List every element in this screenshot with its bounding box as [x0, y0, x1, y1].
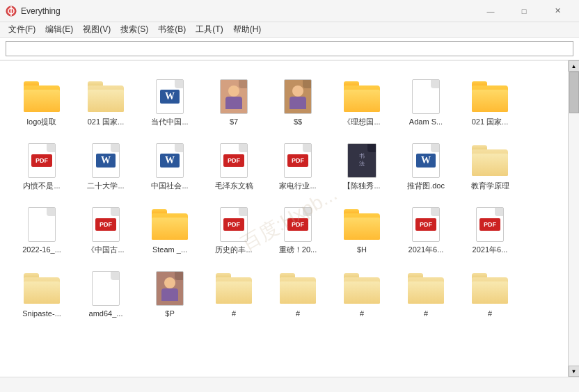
file-label: $7: [230, 117, 238, 126]
file-item[interactable]: PDF 毛泽东文稿: [203, 133, 264, 194]
file-icon-file: [24, 206, 60, 243]
file-item[interactable]: amd64_...: [75, 261, 136, 322]
file-item[interactable]: Snipaste-...: [11, 261, 72, 322]
file-item[interactable]: 021 国家...: [75, 69, 136, 130]
menu-item[interactable]: 视图(V): [79, 22, 115, 37]
file-label: 2021年6...: [409, 245, 444, 254]
app-icon: [6, 6, 17, 17]
scroll-up-button[interactable]: ▲: [569, 60, 580, 72]
file-item[interactable]: 2022-16_...: [11, 197, 72, 258]
file-icon-word: W: [408, 142, 444, 179]
menu-item[interactable]: 文件(F): [4, 22, 40, 37]
main-area: logo提取 021 国家... W 当代中国... $7 $$ 《理想国...…: [0, 60, 579, 377]
file-item[interactable]: $$: [267, 69, 328, 130]
close-button[interactable]: ✕: [541, 0, 573, 22]
file-label: logo提取: [27, 117, 57, 126]
file-label: Snipaste-...: [22, 309, 61, 318]
file-item[interactable]: PDF 《中国古...: [75, 197, 136, 258]
file-item[interactable]: $H: [331, 197, 392, 258]
app-title: Everything: [21, 6, 475, 16]
file-item[interactable]: W 中国社会...: [139, 133, 200, 194]
file-icon-folder: [344, 206, 380, 243]
file-icon-file: [408, 79, 444, 115]
file-icon-pdf: PDF: [280, 142, 316, 179]
file-item[interactable]: W 当代中国...: [139, 69, 200, 130]
file-icon-image-person2: [280, 79, 316, 115]
status-bar: [0, 377, 579, 392]
file-icon-word: W: [152, 142, 188, 179]
file-label: 《理想国...: [343, 117, 380, 126]
title-bar: Everything — □ ✕: [0, 0, 579, 22]
file-label: $P: [165, 309, 174, 318]
search-input[interactable]: [6, 41, 573, 56]
file-label: 重磅！20...: [279, 245, 317, 254]
file-label: 家电行业...: [279, 181, 316, 190]
file-item[interactable]: PDF 2021年6...: [395, 197, 457, 258]
file-label: #: [360, 309, 364, 318]
file-icon-word: W: [88, 142, 124, 179]
file-label: 《中国古...: [87, 245, 124, 254]
search-bar: [0, 38, 579, 60]
menu-item[interactable]: 搜索(S): [116, 22, 152, 37]
file-item[interactable]: PDF 内愤不是...: [11, 133, 72, 194]
minimize-button[interactable]: —: [475, 0, 507, 22]
file-item[interactable]: #: [203, 261, 264, 322]
menu-item[interactable]: 帮助(H): [229, 22, 266, 37]
maximize-button[interactable]: □: [508, 0, 540, 22]
file-item[interactable]: $P: [139, 261, 200, 322]
file-icon-folder-light: [216, 270, 252, 307]
scrollbar[interactable]: ▲ ▼: [568, 60, 579, 377]
file-item[interactable]: #: [267, 261, 328, 322]
file-item[interactable]: PDF 重磅！20...: [267, 197, 328, 258]
file-icon-folder-light: [472, 270, 508, 307]
file-item[interactable]: #: [459, 261, 521, 322]
scroll-thumb[interactable]: [569, 72, 579, 113]
file-label: Adam S...: [409, 117, 443, 126]
file-item[interactable]: logo提取: [11, 69, 72, 130]
file-item[interactable]: #: [395, 261, 457, 322]
scroll-track[interactable]: [569, 72, 580, 366]
file-icon-image-person: [216, 79, 252, 115]
file-item[interactable]: 021 国家...: [459, 69, 521, 130]
file-item[interactable]: #: [331, 261, 392, 322]
file-label: 当代中国...: [151, 117, 188, 126]
file-item[interactable]: PDF 家电行业...: [267, 133, 328, 194]
file-item[interactable]: 《理想国...: [331, 69, 392, 130]
file-icon-folder-doc: [472, 142, 508, 179]
menu-item[interactable]: 书签(B): [154, 22, 190, 37]
file-item[interactable]: Adam S...: [395, 69, 457, 130]
scroll-down-button[interactable]: ▼: [569, 366, 580, 377]
file-label: 内愤不是...: [23, 181, 60, 190]
file-label: 历史的丰...: [215, 245, 252, 254]
file-item[interactable]: 书法 【陈独秀...: [331, 133, 392, 194]
file-item[interactable]: 教育学原理: [459, 133, 521, 194]
file-icon-folder: [472, 79, 508, 115]
file-icon-image-person3: [152, 270, 188, 307]
file-icon-pdf: PDF: [24, 142, 60, 179]
file-item[interactable]: Steam _...: [139, 197, 200, 258]
file-icon-word: W: [152, 79, 188, 115]
file-icon-pdf: PDF: [280, 206, 316, 243]
file-icon-folder-light: [344, 270, 380, 307]
file-icon-folder: [344, 79, 380, 115]
menu-item[interactable]: 工具(T): [191, 22, 227, 37]
file-item[interactable]: PDF 历史的丰...: [203, 197, 264, 258]
file-label: 【陈独秀...: [343, 181, 380, 190]
file-icon-folder-light: [88, 79, 124, 115]
file-label: 教育学原理: [471, 181, 509, 190]
menu-bar: 文件(F)编辑(E)视图(V)搜索(S)书签(B)工具(T)帮助(H): [0, 22, 579, 38]
file-icon-folder: [24, 79, 60, 115]
file-item[interactable]: W 推背图.doc: [395, 133, 457, 194]
menu-item[interactable]: 编辑(E): [41, 22, 77, 37]
file-icon-folder-light: [280, 270, 316, 307]
file-label: Steam _...: [152, 245, 187, 254]
file-label: #: [296, 309, 300, 318]
file-item[interactable]: W 二十大学...: [75, 133, 136, 194]
file-label: amd64_...: [89, 309, 123, 318]
file-icon-pdf-red: PDF: [216, 142, 252, 179]
file-icon-screenshot: 书法: [344, 142, 380, 179]
file-label: 2021年6...: [473, 245, 508, 254]
file-item[interactable]: PDF 2021年6...: [459, 197, 521, 258]
file-label: 二十大学...: [87, 181, 124, 190]
file-item[interactable]: $7: [203, 69, 264, 130]
